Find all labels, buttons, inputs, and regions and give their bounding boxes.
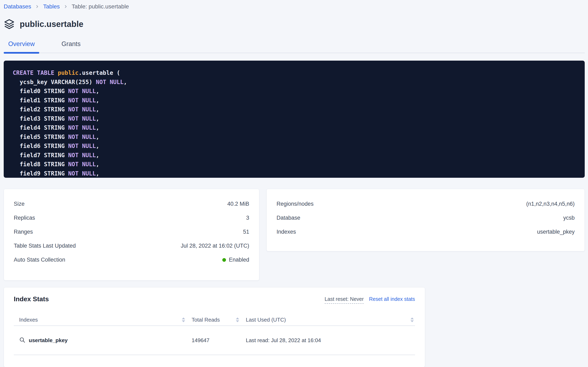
last-reset-text: Last reset: Never <box>325 296 364 304</box>
stat-row-regions: Regions/nodes (n1,n2,n3,n4,n5,n6) <box>277 197 575 211</box>
page-title: public.usertable <box>20 19 83 29</box>
stat-row-replicas: Replicas 3 <box>14 211 249 225</box>
breadcrumb-link-databases[interactable]: Databases <box>4 3 31 10</box>
sql-line: field6 STRING NOT NULL, <box>13 142 576 151</box>
tabs: Overview Grants <box>4 39 585 53</box>
stat-label: Regions/nodes <box>277 201 314 207</box>
stat-label: Replicas <box>14 215 35 221</box>
total-reads-cell: 149647 <box>186 337 240 343</box>
index-stats-title: Index Stats <box>14 295 49 303</box>
stat-value: (n1,n2,n3,n4,n5,n6) <box>526 201 575 207</box>
last-used-value: Last read: Jul 28, 2022 at 16:04 <box>246 337 321 343</box>
table-details-card: Size 40.2 MiB Replicas 3 Ranges 51 Table… <box>4 189 259 281</box>
stat-row-auto-stats: Auto Stats Collection Enabled <box>14 253 249 267</box>
column-header-label: Total Reads <box>192 317 220 323</box>
reset-all-index-stats-link[interactable]: Reset all index stats <box>369 296 415 302</box>
total-reads-value: 149647 <box>192 337 210 343</box>
stat-value: 3 <box>246 215 249 221</box>
stat-value: 51 <box>243 229 249 235</box>
stat-row-stats-updated: Table Stats Last Updated Jul 28, 2022 at… <box>14 239 249 253</box>
sql-line: field4 STRING NOT NULL, <box>13 123 576 133</box>
column-header-label: Indexes <box>19 317 38 323</box>
last-used-cell: Last read: Jul 28, 2022 at 16:04 <box>240 337 415 343</box>
index-name-link[interactable]: usertable_pkey <box>19 337 68 344</box>
sql-line: field1 STRING NOT NULL, <box>13 96 576 105</box>
breadcrumb: Databases Tables Table: public.usertable <box>4 0 585 10</box>
tab-grants[interactable]: Grants <box>57 39 85 53</box>
stat-label: Auto Stats Collection <box>14 257 65 263</box>
page-header: public.usertable <box>4 18 585 30</box>
stat-row-size: Size 40.2 MiB <box>14 197 249 211</box>
column-header-total-reads[interactable]: Total Reads <box>186 317 240 323</box>
stack-icon <box>4 18 15 30</box>
stat-label: Indexes <box>277 229 296 235</box>
sort-icon <box>182 317 185 322</box>
stat-label: Size <box>14 201 25 207</box>
chevron-right-icon <box>35 4 40 9</box>
sql-line: field3 STRING NOT NULL, <box>13 114 576 124</box>
breadcrumb-current: Table: public.usertable <box>72 3 129 10</box>
tab-overview[interactable]: Overview <box>4 39 39 53</box>
status-dot-green <box>222 258 226 262</box>
sort-icon <box>411 317 414 322</box>
stat-value: Enabled <box>222 257 249 263</box>
stat-label: Ranges <box>14 229 33 235</box>
sql-line: field9 STRING NOT NULL, <box>13 169 576 178</box>
sql-line: field8 STRING NOT NULL, <box>13 160 576 169</box>
index-name-text: usertable_pkey <box>29 337 68 343</box>
stat-value: 40.2 MiB <box>227 201 249 207</box>
index-table-header-row: Indexes Total Reads Last Used (UTC) <box>14 314 415 326</box>
index-name-cell: usertable_pkey <box>14 337 186 344</box>
sort-icon <box>236 317 239 322</box>
stat-value: usertable_pkey <box>537 229 575 235</box>
sql-line: field2 STRING NOT NULL, <box>13 105 576 114</box>
stat-row-ranges: Ranges 51 <box>14 225 249 239</box>
stat-row-indexes: Indexes usertable_pkey <box>277 225 575 239</box>
chevron-right-icon <box>64 4 68 9</box>
sql-line: ycsb_key VARCHAR(255) NOT NULL, <box>13 78 576 87</box>
table-location-card: Regions/nodes (n1,n2,n3,n4,n5,n6) Databa… <box>266 189 585 251</box>
stat-value: Jul 28, 2022 at 16:02 (UTC) <box>181 243 249 249</box>
index-table-row: usertable_pkey 149647 Last read: Jul 28,… <box>14 326 415 355</box>
index-stats-table: Indexes Total Reads Last Used (UTC) <box>14 314 415 355</box>
sql-line: field5 STRING NOT NULL, <box>13 133 576 142</box>
index-stats-card: Index Stats Last reset: Never Reset all … <box>4 287 425 367</box>
stat-value: ycsb <box>563 215 575 221</box>
sql-line: field0 STRING NOT NULL, <box>13 87 576 96</box>
index-stats-header: Index Stats Last reset: Never Reset all … <box>14 295 415 304</box>
breadcrumb-link-tables[interactable]: Tables <box>43 3 60 10</box>
column-header-indexes[interactable]: Indexes <box>14 317 186 323</box>
stat-label: Database <box>277 215 300 221</box>
stat-label: Table Stats Last Updated <box>14 243 76 249</box>
create-table-statement: CREATE TABLE public.usertable ( ycsb_key… <box>4 61 585 178</box>
column-header-label: Last Used (UTC) <box>246 317 286 323</box>
summary-cards-row: Size 40.2 MiB Replicas 3 Ranges 51 Table… <box>4 189 585 281</box>
status-text: Enabled <box>229 257 249 263</box>
stat-row-database: Database ycsb <box>277 211 575 225</box>
index-stats-actions: Last reset: Never Reset all index stats <box>325 295 415 304</box>
sql-line: field7 STRING NOT NULL, <box>13 151 576 160</box>
search-icon <box>19 337 25 344</box>
sql-line: CREATE TABLE public.usertable ( <box>13 68 576 78</box>
column-header-last-used[interactable]: Last Used (UTC) <box>240 317 415 323</box>
